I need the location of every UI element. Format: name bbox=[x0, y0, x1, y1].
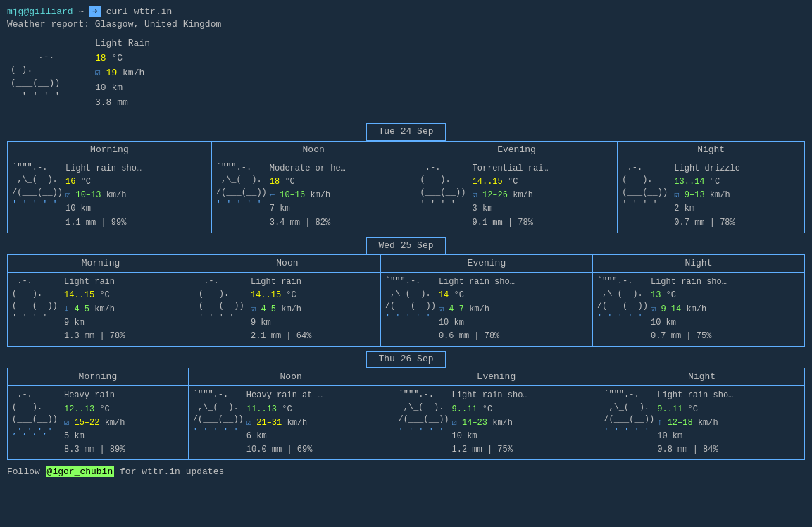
prompt-tilde: ~ bbox=[78, 6, 89, 17]
current-desc: Light Rain bbox=[95, 37, 150, 51]
period-wind: ☑ 9–13 km/h bbox=[674, 189, 740, 202]
period-desc: Light rain sho… bbox=[651, 275, 727, 289]
period-header-noon: Noon bbox=[211, 141, 416, 159]
period-header-night: Night bbox=[618, 141, 805, 159]
period-wind: ☑ 21–31 km/h bbox=[246, 416, 323, 430]
period-info: Light rain sho… 13 °C ☑ 9–14 km/h 10 km … bbox=[651, 275, 727, 343]
period-info: Light rain sho… 14 °C ☑ 4–7 km/h 10 km 0… bbox=[439, 275, 515, 343]
period-cell: `""".-. ,\_( ). /(___(__)) ' ' ' ' ' Lig… bbox=[385, 275, 588, 343]
period-rain-prob: 10.0 mm | 69% bbox=[246, 443, 323, 457]
period-td: `""".-. ,\_( ). /(___(__)) ' ' ' ' ' Lig… bbox=[599, 386, 805, 460]
footer-text-after: for wttr.in updates bbox=[114, 466, 224, 477]
period-visibility: 10 km bbox=[657, 430, 733, 443]
period-ascii: `""".-. ,\_( ). /(___(__)) ' ' ' ' ' bbox=[399, 389, 449, 438]
period-desc: Light rain sho… bbox=[657, 389, 733, 402]
period-header-evening: Evening bbox=[380, 254, 592, 272]
period-visibility: 2 km bbox=[674, 202, 740, 216]
period-rain-prob: 8.3 mm | 89% bbox=[64, 443, 125, 457]
period-ascii: .-. ( ). (___(__)) ' ' ' ' bbox=[199, 275, 248, 325]
period-info: Heavy rain 12..13 °C ☑ 15–22 km/h 5 km 8… bbox=[64, 389, 125, 457]
period-ascii: .-. ( ). (___(__)) ‚'‚'‚'‚' bbox=[12, 389, 61, 438]
period-visibility: 10 km bbox=[651, 316, 727, 330]
current-visibility: 10 km bbox=[95, 81, 150, 96]
period-rain-prob: 9.1 mm | 78% bbox=[473, 216, 549, 230]
period-visibility: 9 km bbox=[64, 316, 125, 330]
period-temp: 13..14 °C bbox=[674, 175, 740, 189]
current-temp: 18 °C bbox=[95, 51, 150, 66]
period-temp: 9..11 °C bbox=[657, 403, 733, 416]
period-visibility: 10 km bbox=[65, 202, 142, 216]
period-header-evening: Evening bbox=[394, 368, 599, 386]
day-label-container: Thu 26 Sep bbox=[7, 351, 805, 368]
prompt-arrow-box: ➜ bbox=[89, 6, 101, 17]
footer: Follow @igor_chubin for wttr.in updates bbox=[7, 466, 805, 478]
period-ascii: `""".-. ,\_( ). /(___(__)) ' ' ' ' ' bbox=[12, 162, 63, 211]
period-td: `""".-. ,\_( ). /(___(__)) ' ' ' ' ' Lig… bbox=[380, 273, 592, 347]
period-info: Moderate or he… 18 °C ← 10–16 km/h 7 km … bbox=[270, 162, 346, 230]
period-header-night: Night bbox=[592, 254, 804, 272]
period-header-morning: Morning bbox=[8, 368, 189, 386]
period-cell: `""".-. ,\_( ). /(___(__)) ' ' ' ' ' Lig… bbox=[597, 275, 800, 343]
period-wind: ☑ 15–22 km/h bbox=[64, 416, 125, 430]
period-ascii: `""".-. ,\_( ). /(___(__)) ' ' ' ' ' bbox=[597, 275, 648, 325]
day-section-0: Tue 24 Sep MorningNoonEveningNight `""".… bbox=[7, 123, 805, 232]
period-header-morning: Morning bbox=[8, 141, 212, 159]
period-rain-prob: 1.3 mm | 78% bbox=[64, 330, 125, 343]
period-header-evening: Evening bbox=[416, 141, 618, 159]
period-rain-prob: 0.7 mm | 78% bbox=[674, 216, 740, 230]
period-td: .-. ( ). (___(__)) ‚'‚'‚'‚' Heavy rain 1… bbox=[8, 386, 189, 460]
period-visibility: 6 km bbox=[246, 430, 323, 443]
period-cell: .-. ( ). (___(__)) ‚'‚'‚'‚' Heavy rain 1… bbox=[12, 389, 184, 457]
period-wind: ← 10–16 km/h bbox=[270, 189, 346, 202]
period-td: .-. ( ). (___(__)) ' ' ' ' Light rain 14… bbox=[8, 273, 194, 347]
period-temp: 12..13 °C bbox=[64, 403, 125, 416]
period-desc: Heavy rain bbox=[64, 389, 125, 402]
period-td: `""".-. ,\_( ). /(___(__)) ' ' ' ' ' Lig… bbox=[394, 386, 599, 460]
period-wind: ☑ 12–26 km/h bbox=[473, 189, 549, 202]
period-cell: .-. ( ). (___(__)) ' ' ' ' Light rain 14… bbox=[12, 275, 189, 343]
periods-table: MorningNoonEveningNight .-. ( ). (___(__… bbox=[7, 254, 805, 347]
period-temp: 9..11 °C bbox=[452, 403, 528, 416]
period-info: Torrential rai… 14..15 °C ☑ 12–26 km/h 3… bbox=[473, 162, 549, 230]
period-wind: ↓ 4–5 km/h bbox=[64, 303, 125, 316]
period-rain-prob: 2.1 mm | 64% bbox=[251, 330, 311, 343]
period-visibility: 9 km bbox=[251, 316, 311, 330]
period-info: Light drizzle 13..14 °C ☑ 9–13 km/h 2 km… bbox=[674, 162, 740, 230]
period-cell: `""".-. ,\_( ). /(___(__)) ' ' ' ' ' Mod… bbox=[216, 162, 411, 230]
period-td: `""".-. ,\_( ). /(___(__)) ' ' ' ' ' Mod… bbox=[211, 159, 416, 232]
period-temp: 14..15 °C bbox=[64, 289, 125, 302]
period-desc: Light rain bbox=[251, 275, 311, 289]
period-cell: `""".-. ,\_( ). /(___(__)) ' ' ' ' ' Lig… bbox=[12, 162, 207, 230]
footer-link[interactable]: @igor_chubin bbox=[46, 466, 115, 477]
periods-table: MorningNoonEveningNight `""".-. ,\_( ). … bbox=[7, 141, 805, 233]
terminal-header: mjg@gilliard ~ ➜ curl wttr.in Weather re… bbox=[7, 6, 805, 31]
period-header-noon: Noon bbox=[194, 254, 380, 272]
period-info: Light rain 14..15 °C ☑ 4–5 km/h 9 km 2.1… bbox=[251, 275, 311, 343]
period-td: `""".-. ,\_( ). /(___(__)) ' ' ' ' ' Lig… bbox=[8, 159, 212, 232]
day-label: Tue 24 Sep bbox=[366, 123, 445, 140]
day-label: Thu 26 Sep bbox=[366, 351, 445, 368]
period-ascii: `""".-. ,\_( ). /(___(__)) ' ' ' ' ' bbox=[385, 275, 436, 325]
period-desc: Moderate or he… bbox=[270, 162, 346, 175]
days-container: Tue 24 Sep MorningNoonEveningNight `""".… bbox=[7, 123, 805, 460]
period-rain-prob: 3.4 mm | 82% bbox=[270, 216, 346, 230]
period-ascii: .-. ( ). (___(__)) ' ' ' ' bbox=[420, 162, 470, 211]
day-section-2: Thu 26 Sep MorningNoonEveningNight .-. (… bbox=[7, 351, 805, 460]
period-visibility: 3 km bbox=[473, 202, 549, 216]
current-wind: ☑ 19 km/h bbox=[95, 66, 150, 81]
footer-text-before: Follow bbox=[7, 466, 46, 477]
period-rain-prob: 0.6 mm | 78% bbox=[439, 330, 515, 343]
period-desc: Heavy rain at … bbox=[246, 389, 323, 402]
period-rain-prob: 0.7 mm | 75% bbox=[651, 330, 727, 343]
period-info: Light rain sho… 16 °C ☑ 10–13 km/h 10 km… bbox=[65, 162, 142, 230]
period-wind: ☑ 4–7 km/h bbox=[439, 303, 515, 316]
period-desc: Light rain bbox=[64, 275, 125, 289]
period-rain-prob: 1.2 mm | 75% bbox=[452, 443, 528, 457]
current-weather: .-. ( ). (___(__)) ' ' ' ' Light Rain 18… bbox=[7, 37, 805, 116]
period-header-noon: Noon bbox=[188, 368, 394, 386]
period-info: Heavy rain at … 11..13 °C ☑ 21–31 km/h 6… bbox=[246, 389, 323, 457]
period-td: .-. ( ). (___(__)) ' ' ' ' Light rain 14… bbox=[194, 273, 380, 347]
period-td: `""".-. ,\_( ). /(___(__)) ' ' ' ' ' Hea… bbox=[188, 386, 394, 460]
period-cell: .-. ( ). (___(__)) ' ' ' ' Light rain 14… bbox=[199, 275, 376, 343]
period-wind: ☑ 4–5 km/h bbox=[251, 303, 311, 316]
